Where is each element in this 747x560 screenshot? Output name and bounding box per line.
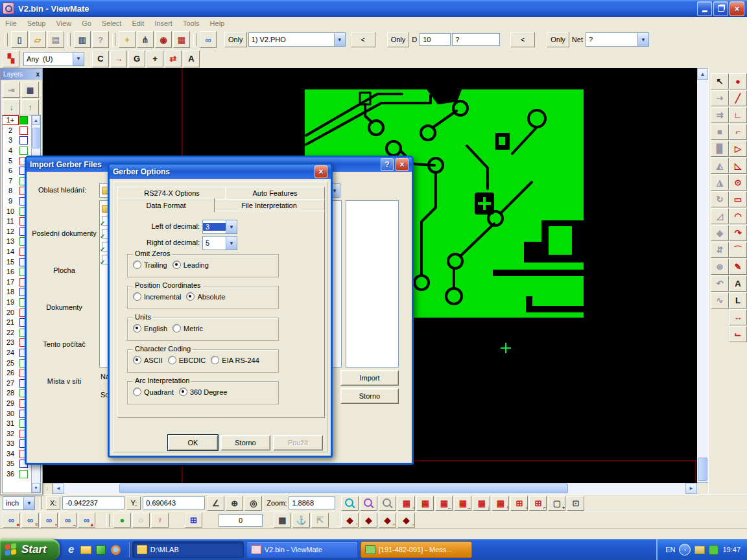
layer-color-swatch[interactable] [19,146,28,155]
tab-auto-features[interactable]: Auto Features [225,187,325,200]
chevron-down-icon[interactable]: ▼ [23,497,34,509]
settings-gear-icon[interactable]: ⊛ [711,259,729,275]
layers-panel-title[interactable]: Layers x [1,69,42,80]
draw-dimension-icon[interactable]: ↔ [729,309,747,325]
language-indicator[interactable]: EN [665,546,675,554]
select-pads-button[interactable]: ⊡ [567,496,584,511]
right-of-decimal-select[interactable]: 5 ▼ [202,236,237,250]
quick-launch-help[interactable] [95,543,108,556]
radio-option[interactable]: English [133,324,167,332]
film-palette-icon[interactable]: ▦ [173,31,190,48]
dock-panel-button[interactable]: ⇥ [3,82,20,98]
scroll-down-icon[interactable]: ▼ [32,483,40,493]
layer-color-swatch[interactable] [19,470,28,478]
radio-icon[interactable] [211,356,219,364]
draw-triangle-icon[interactable]: ◺ [729,158,747,174]
hscroll-thumb[interactable] [119,484,568,493]
place-documents[interactable]: Dokumenty [32,280,97,311]
view-traces-button[interactable]: ∞– [59,513,77,528]
pad-scratch-button[interactable]: ◆+ [379,513,396,528]
horizontal-scrollbar[interactable]: ⁞ ◄ ► [42,483,697,494]
radio-option[interactable]: 360 Degree [179,388,228,396]
open-file-icon[interactable]: ▱ [29,31,46,48]
move-item-icon[interactable]: ⇢ [711,90,729,106]
draw-circle-icon[interactable]: ⊙ [729,174,747,191]
place-my-computer[interactable]: Tento počítač [32,317,97,348]
menu-item[interactable]: View [51,18,77,29]
layer-color-swatch[interactable] [19,116,28,124]
add-cross-button[interactable]: + [147,51,163,67]
film-box-button[interactable]: ▦▫ [397,496,415,511]
import-button[interactable]: Import [340,370,399,386]
ok-button[interactable]: OK [168,435,218,450]
radio-option[interactable]: ASCII [133,356,163,364]
dcode-c-button[interactable]: C [92,51,109,67]
only-net-button[interactable]: Only [547,32,569,47]
tray-language-icon[interactable] [694,546,705,554]
tools-pliers-icon[interactable]: ⋔ [137,31,154,48]
swap-button[interactable]: ⇄ [165,51,182,67]
menu-item[interactable]: Tools [178,18,205,29]
anchor-button[interactable]: ⚓ [292,513,310,528]
radio-icon[interactable] [133,261,141,269]
cancel-button[interactable]: Storno [220,435,270,450]
task-d-mlab[interactable]: D:\MLAB [132,541,244,558]
any-filter-select[interactable]: Any (U) ▼ [23,52,84,66]
pan-up-button[interactable]: ▦↑ [492,496,509,511]
restore-button[interactable] [713,1,728,16]
text-a-button[interactable]: A [183,51,200,67]
pan-down-button[interactable]: ▦↓ [473,496,490,511]
scroll-left-icon[interactable]: ◄ [53,483,64,494]
draw-text-icon[interactable]: A [729,275,747,292]
prev-net-button[interactable]: < [510,32,535,47]
close-button[interactable]: × [729,1,744,16]
close-button[interactable]: × [396,158,409,171]
radio-icon[interactable] [172,261,181,269]
dcode-g-button[interactable]: G [128,51,145,67]
tab-file-interpretation[interactable]: File Interpretation [213,199,325,212]
draw-arrow-icon[interactable]: ▷ [729,141,747,157]
radio-icon[interactable] [186,292,195,301]
pad-plain-button[interactable]: ◆ [360,513,377,528]
layer-up-button[interactable]: ↑ [21,99,39,115]
radio-icon[interactable] [133,292,141,301]
pan-right-button[interactable]: ▦→ [454,496,471,511]
menu-item[interactable]: File [0,18,22,29]
gerber-dialog-titlebar[interactable]: Gerber Options × [110,165,331,179]
draw-bezier-icon[interactable]: ⌒ [729,242,747,258]
prev-dcode-button[interactable]: < [351,32,375,47]
radio-icon[interactable] [168,356,176,364]
draw-curve-icon[interactable]: ↷ [729,225,747,241]
left-of-decimal-select[interactable]: 3 ▼ [202,220,237,234]
angle-tool-button[interactable]: ∠ [207,496,224,511]
radio-option[interactable]: EBCDIC [168,356,206,364]
view-pads-button[interactable]: ∞▪ [40,513,58,528]
radio-option[interactable]: Leading [172,261,209,269]
chevron-down-icon[interactable]: ▼ [637,33,648,46]
select-area-button[interactable]: ▢+ [548,496,565,511]
menu-item[interactable]: Edit [126,18,149,29]
start-button[interactable]: Start [0,539,60,560]
menu-item[interactable]: Help [205,18,230,29]
pad-corner-button[interactable]: ◆▪ [397,513,415,528]
draw-arc-icon[interactable]: ◠ [729,208,747,224]
pad-pattern-icon[interactable]: ▚ [3,51,19,67]
scroll-up-icon[interactable]: ▲ [32,115,40,125]
print-icon[interactable]: ▥ [74,31,91,48]
radio-icon[interactable] [172,324,181,332]
radio-icon[interactable] [133,388,141,396]
zoom-grid-button[interactable] [360,496,377,511]
tab-data-format[interactable]: Data Format [117,198,215,212]
task-messenger[interactable]: [191-482-091] - Mess... [361,541,472,558]
tray-app-icon[interactable] [709,545,718,555]
draw-polyline-icon[interactable]: ∟ [729,107,747,123]
scroll-right-icon[interactable]: ► [685,483,697,494]
task-viewmate[interactable]: V2.bin - ViewMate [246,541,358,558]
unit-select[interactable]: inch ▼ [3,496,35,510]
only-dcode-button[interactable]: Only [387,32,410,47]
layers-close-icon[interactable]: x [36,71,40,78]
quick-launch-firefox[interactable] [110,543,123,556]
chevron-down-icon[interactable]: ▼ [334,33,345,46]
draw-sketch-icon[interactable]: ✎ [729,259,747,275]
locate-tool-button[interactable]: ◎ [244,496,262,511]
